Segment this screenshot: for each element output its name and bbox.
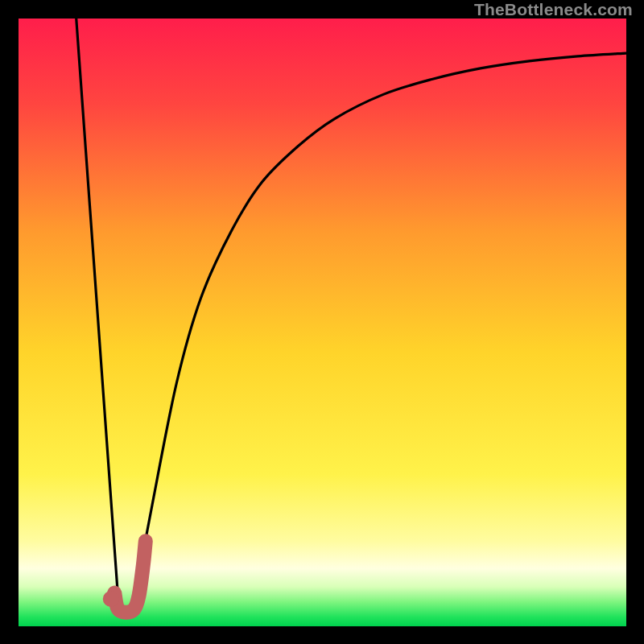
watermark-label: TheBottleneck.com [474, 0, 633, 19]
j-marker-dot [103, 591, 119, 607]
bottleneck-chart [19, 19, 626, 626]
gradient-background [19, 19, 626, 626]
chart-frame: TheBottleneck.com [0, 0, 644, 644]
